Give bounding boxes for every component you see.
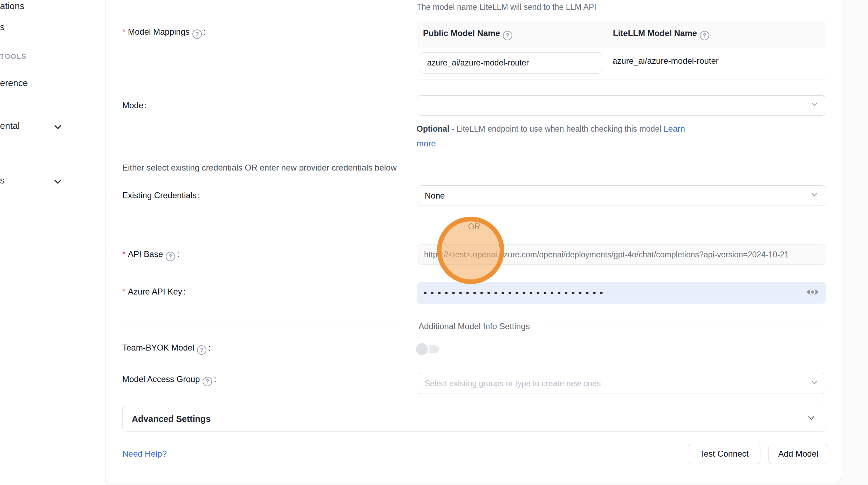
additional-settings-divider-label: Additional Model Info Settings <box>411 321 538 331</box>
add-model-form-card: The model name LiteLLM will send to the … <box>105 0 841 483</box>
need-help-link[interactable]: Need Help? <box>122 449 167 459</box>
sidebar-item-experimental[interactable]: ental <box>0 120 20 131</box>
sidebar-item-label: s <box>0 22 5 32</box>
sidebar-item-label: erence <box>0 78 28 88</box>
required-marker: * <box>122 27 125 36</box>
api-base-label: *API Base?: <box>122 249 179 261</box>
help-question-icon[interactable]: ? <box>203 377 212 386</box>
sidebar-section-tools: TOOLS <box>0 53 27 61</box>
chevron-down-icon <box>809 99 820 112</box>
section-divider-line <box>546 326 826 326</box>
help-question-icon[interactable]: ? <box>166 252 175 261</box>
azure-api-key-input[interactable]: •••••••••••••••••••••••••• <box>417 282 826 304</box>
model-access-group-select[interactable]: Select existing groups or type to create… <box>417 373 826 394</box>
litellm-model-name-header: LiteLLM Model Name? <box>608 28 710 40</box>
table-row: azure_ai/azure-model-router <box>417 48 826 79</box>
eye-icon[interactable] <box>806 285 819 300</box>
chevron-down-icon <box>809 377 820 390</box>
help-question-icon[interactable]: ? <box>503 31 512 40</box>
chevron-down-icon <box>52 121 64 136</box>
existing-credentials-label: Existing Credentials: <box>122 190 200 200</box>
sidebar-item-models[interactable]: s <box>0 22 5 33</box>
advanced-settings-title: Advanced Settings <box>132 414 806 424</box>
model-mappings-label: *Model Mappings?: <box>122 27 206 39</box>
optional-emphasis: Optional <box>417 124 449 133</box>
mode-select[interactable] <box>417 95 826 116</box>
chevron-down-icon <box>52 176 64 190</box>
help-question-icon[interactable]: ? <box>700 31 709 40</box>
mode-help-text: Optional - LiteLLM endpoint to use when … <box>417 122 702 151</box>
sidebar-item-label: ental <box>0 120 20 131</box>
required-marker: * <box>122 250 125 259</box>
chevron-down-icon <box>809 189 820 202</box>
model-access-group-placeholder: Select existing groups or type to create… <box>425 379 601 388</box>
mode-label: Mode: <box>122 101 147 110</box>
help-question-icon[interactable]: ? <box>192 29 202 39</box>
litellm-model-name-value: azure_ai/azure-model-router <box>613 48 719 74</box>
model-access-group-label: Model Access Group?: <box>122 374 216 386</box>
sidebar-item-settings[interactable]: s <box>0 175 5 186</box>
credentials-note: Either select existing credentials OR en… <box>122 163 397 173</box>
team-byok-toggle[interactable] <box>417 345 439 353</box>
model-mappings-table: Public Model Name? LiteLLM Model Name? a… <box>417 21 826 79</box>
masked-password-dots: •••••••••••••••••••••••••• <box>424 282 806 304</box>
sidebar-item-label: s <box>0 175 5 186</box>
sidebar-section-label: TOOLS <box>0 53 27 60</box>
sidebar-item-inference[interactable]: erence <box>0 78 28 89</box>
help-question-icon[interactable]: ? <box>197 345 206 355</box>
model-name-hint: The model name LiteLLM will send to the … <box>417 2 596 12</box>
existing-credentials-value: None <box>425 191 445 201</box>
model-mappings-table-header: Public Model Name? LiteLLM Model Name? <box>417 21 826 48</box>
api-base-input[interactable] <box>417 244 826 265</box>
public-model-name-input[interactable] <box>420 52 602 74</box>
existing-credentials-select[interactable]: None <box>417 185 826 206</box>
test-connect-button[interactable]: Test Connect <box>688 444 760 464</box>
sidebar-item-integrations[interactable]: ations <box>0 1 24 12</box>
or-divider-label: OR <box>463 222 486 231</box>
advanced-settings-panel[interactable]: Advanced Settings <box>122 406 826 432</box>
required-marker: * <box>122 287 125 296</box>
sidebar: ations s TOOLS erence ental s <box>0 0 105 485</box>
add-model-button[interactable]: Add Model <box>768 444 828 464</box>
toggle-knob <box>416 343 428 355</box>
azure-api-key-label: *Azure API Key: <box>122 287 185 297</box>
sidebar-item-label: ations <box>0 1 24 11</box>
column-divider <box>608 27 608 42</box>
public-model-name-header: Public Model Name? <box>417 28 608 40</box>
team-byok-label: Team-BYOK Model?: <box>122 343 211 355</box>
chevron-down-icon <box>806 413 817 425</box>
section-divider-line <box>122 326 403 326</box>
